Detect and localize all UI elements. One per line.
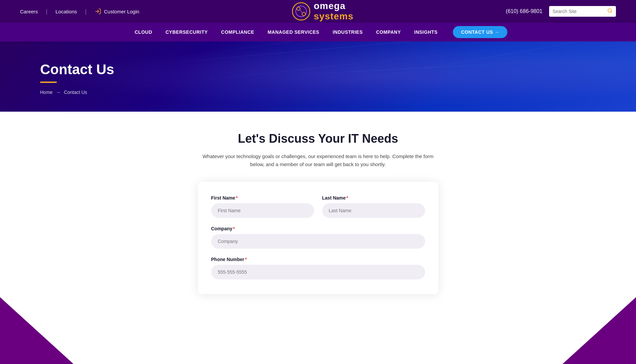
phone-number: (610) 686-9801 — [506, 8, 542, 14]
breadcrumb-current: Contact Us — [64, 90, 87, 95]
breadcrumb: Home → Contact Us — [40, 90, 596, 95]
section-description: Whatever your technology goals or challe… — [198, 152, 438, 168]
phone-group: Phone Number* — [211, 257, 425, 279]
search-icon — [607, 8, 613, 15]
hero-section: Contact Us Home → Contact Us — [0, 41, 636, 112]
divider-1: | — [46, 8, 47, 15]
nav-managed-services[interactable]: MANAGED SERVICES — [262, 23, 326, 41]
nav-cloud[interactable]: CLOUD — [129, 23, 158, 41]
title-underline — [40, 82, 57, 83]
first-name-group: First Name* — [211, 195, 314, 218]
customer-login-link[interactable]: Customer Login — [95, 8, 139, 15]
company-label: Company* — [211, 226, 425, 231]
name-row: First Name* Last Name* — [211, 195, 425, 218]
logo-systems: systems — [314, 11, 354, 22]
careers-link[interactable]: Careers — [20, 9, 38, 14]
svg-point-6 — [608, 9, 612, 12]
phone-row: Phone Number* — [211, 257, 425, 279]
page-title: Contact Us — [40, 62, 596, 78]
top-bar-left: Careers | Locations | Customer Login — [20, 8, 139, 15]
breadcrumb-separator: → — [56, 90, 60, 95]
top-bar: Careers | Locations | Customer Login ome… — [0, 0, 636, 23]
logo-area[interactable]: omega systems — [292, 1, 354, 22]
company-group: Company* — [211, 226, 425, 249]
company-row: Company* — [211, 226, 425, 249]
search-input[interactable] — [552, 9, 605, 14]
phone-label: Phone Number* — [211, 257, 425, 262]
svg-line-7 — [611, 12, 612, 13]
phone-required: * — [245, 257, 247, 262]
svg-point-3 — [297, 7, 300, 10]
first-name-label: First Name* — [211, 195, 314, 201]
section-title: Let's Discuss Your IT Needs — [40, 132, 596, 146]
breadcrumb-home[interactable]: Home — [40, 90, 52, 95]
phone-input[interactable] — [211, 265, 425, 279]
locations-link[interactable]: Locations — [55, 9, 77, 14]
nav-cybersecurity[interactable]: CYBERSECURITY — [159, 23, 214, 41]
svg-point-4 — [302, 12, 305, 16]
company-input[interactable] — [211, 234, 425, 249]
search-box[interactable] — [549, 6, 616, 17]
company-required: * — [233, 226, 235, 231]
divider-2: | — [85, 8, 87, 15]
contact-us-button[interactable]: CONTACT US → — [453, 26, 507, 38]
logo-omega: omega — [314, 1, 354, 11]
first-name-input[interactable] — [211, 203, 314, 218]
svg-line-5 — [300, 9, 302, 13]
last-name-group: Last Name* — [322, 195, 425, 218]
top-bar-right: (610) 686-9801 — [506, 6, 616, 17]
customer-login-label: Customer Login — [104, 9, 139, 14]
first-name-required: * — [236, 195, 238, 201]
last-name-label: Last Name* — [322, 195, 425, 201]
logo-text: omega systems — [314, 1, 354, 22]
nav-insights[interactable]: INSIGHTS — [408, 23, 443, 41]
nav-company[interactable]: COMPANY — [370, 23, 407, 41]
nav-industries[interactable]: INDUSTRIES — [327, 23, 369, 41]
nav-compliance[interactable]: COMPLIANCE — [215, 23, 260, 41]
last-name-input[interactable] — [322, 203, 425, 218]
contact-form-card: First Name* Last Name* Company* — [198, 182, 438, 294]
main-content: Let's Discuss Your IT Needs Whatever you… — [0, 112, 636, 308]
login-icon — [95, 8, 101, 15]
logo-icon — [292, 2, 310, 21]
nav-bar: CLOUD CYBERSECURITY COMPLIANCE MANAGED S… — [0, 23, 636, 41]
last-name-required: * — [346, 195, 348, 201]
hero-content: Contact Us Home → Contact Us — [40, 62, 596, 95]
